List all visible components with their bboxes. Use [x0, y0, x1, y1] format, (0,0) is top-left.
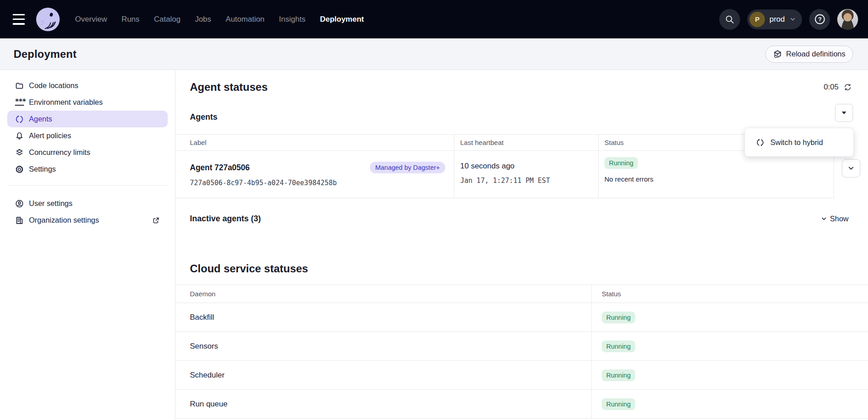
agents-heading: Agents [190, 112, 217, 122]
caret-down-icon [842, 112, 846, 114]
agent-statuses-header: Agent statuses 0:05 [190, 79, 852, 95]
heartbeat-relative: 10 seconds ago [460, 162, 598, 171]
deployment-switcher[interactable]: P prod [747, 9, 802, 29]
cloud-services-title: Cloud service statuses [190, 261, 868, 276]
help-button[interactable]: ? [809, 9, 830, 30]
sidebar-item-settings[interactable]: Settings [7, 161, 168, 177]
sidebar-divider [7, 185, 168, 186]
help-icon: ? [814, 14, 826, 25]
column-header-label: Label [175, 135, 454, 151]
gear-icon [15, 165, 24, 174]
agent-status-cell: Running No recent errors [598, 151, 834, 198]
column-header-daemon: Daemon [175, 285, 591, 303]
status-badge: Running [602, 312, 635, 323]
daemon-name: Run queue [175, 390, 591, 419]
inactive-agents-row: Inactive agents (3) Show [190, 211, 849, 227]
cloud-services-table: Daemon Status Backfill Running Sensors R… [175, 285, 868, 419]
show-toggle-label: Show [830, 215, 849, 223]
chevron-down-icon [847, 164, 855, 172]
sidebar-item-label: Settings [29, 165, 56, 173]
layers-icon [15, 148, 24, 157]
daemon-status-cell: Running [591, 303, 868, 332]
agents-menu-trigger-button[interactable] [835, 104, 853, 122]
user-avatar[interactable] [837, 9, 858, 30]
sidebar-item-label: Concurrency limits [29, 148, 90, 157]
sidebar-item-label: Organization settings [29, 216, 99, 224]
status-note: No recent errors [604, 175, 834, 183]
agent-row-expand-button[interactable] [842, 159, 860, 177]
nav-item-automation[interactable]: Automation [226, 15, 264, 24]
agents-subheader: Agents [190, 109, 852, 125]
deployment-name: prod [769, 15, 785, 24]
chevron-down-icon [821, 215, 827, 222]
refresh-timer: 0:05 [824, 83, 852, 92]
sidebar-item-code-locations[interactable]: Code locations [7, 77, 168, 94]
agent-icon [756, 138, 764, 147]
agent-name: Agent 727a0506 [190, 163, 250, 173]
agent-id: 727a0506-8c97-4b95-a024-70ee3984258b [190, 179, 445, 187]
agent-label-cell: Agent 727a0506 Managed by Dagster+ 727a0… [175, 151, 454, 198]
bell-icon [15, 131, 24, 140]
inactive-agents-label: Inactive agents (3) [190, 214, 261, 224]
reload-definitions-button[interactable]: Reload definitions [765, 46, 853, 63]
refresh-countdown: 0:05 [824, 83, 839, 92]
sidebar-item-organization-settings[interactable]: Organization settings [7, 212, 168, 229]
heartbeat-timestamp: Jan 17, 1:27:11 PM EST [460, 177, 598, 185]
sidebar-item-concurrency-limits[interactable]: Concurrency limits [7, 144, 168, 161]
status-badge: Running [602, 369, 635, 381]
sidebar-item-label: Code locations [29, 81, 78, 90]
column-header-status: Status [591, 285, 868, 303]
page-header: Deployment Reload definitions [0, 38, 868, 70]
user-circle-icon [15, 199, 24, 208]
sidebar-item-alert-policies[interactable]: Alert policies [7, 127, 168, 144]
show-inactive-toggle[interactable]: Show [821, 215, 849, 223]
column-header-last-heartbeat: Last heartbeat [454, 135, 598, 151]
daemon-status-cell: Running [591, 390, 868, 419]
sidebar-item-label: Alert policies [29, 131, 71, 140]
nav-item-catalog[interactable]: Catalog [154, 15, 181, 24]
sidebar-item-environment-variables[interactable]: *** Environment variables [7, 94, 168, 111]
managed-badge: Managed by Dagster+ [370, 162, 445, 173]
agent-heartbeat-cell: 10 seconds ago Jan 17, 1:27:11 PM EST [454, 151, 598, 198]
dagster-logo-icon[interactable] [36, 8, 60, 31]
daemon-name: Backfill [175, 303, 591, 332]
nav-item-overview[interactable]: Overview [75, 15, 107, 24]
menu-item-switch-to-hybrid[interactable]: Switch to hybrid [756, 138, 823, 147]
hamburger-menu-button[interactable] [13, 14, 26, 25]
nav-item-runs[interactable]: Runs [122, 15, 140, 24]
status-badge: Running [602, 398, 635, 410]
folder-icon [15, 81, 24, 90]
env-vars-icon: *** [15, 99, 24, 106]
deployment-initial-badge: P [750, 12, 765, 27]
primary-nav: Overview Runs Catalog Jobs Automation In… [75, 15, 364, 24]
status-badge: Running [604, 157, 638, 169]
agent-statuses-title: Agent statuses [190, 81, 268, 93]
sidebar-item-user-settings[interactable]: User settings [7, 195, 168, 212]
search-button[interactable] [719, 9, 740, 30]
building-icon [15, 216, 24, 225]
sidebar-item-agents[interactable]: Agents [7, 111, 168, 127]
main-content: Agent statuses 0:05 Agents [175, 70, 868, 420]
nav-item-deployment[interactable]: Deployment [320, 15, 364, 24]
daemon-status-cell: Running [591, 332, 868, 361]
chevron-down-icon [789, 16, 796, 23]
refresh-icon[interactable] [843, 83, 852, 92]
daemon-name: Scheduler [175, 361, 591, 390]
status-badge: Running [602, 341, 635, 352]
reload-definitions-label: Reload definitions [786, 50, 845, 58]
agents-table: Label Last heartbeat Status Agent 727a05… [175, 134, 834, 198]
agent-icon [15, 115, 24, 124]
nav-item-insights[interactable]: Insights [279, 15, 306, 24]
deployment-sidebar: Code locations *** Environment variables… [0, 70, 175, 420]
sidebar-item-label: Environment variables [29, 98, 103, 107]
nav-right-controls: P prod ? [719, 9, 868, 30]
reload-package-icon [773, 50, 782, 59]
external-link-icon [152, 216, 160, 224]
daemon-name: Sensors [175, 332, 591, 361]
page-title: Deployment [14, 48, 76, 61]
nav-item-jobs[interactable]: Jobs [195, 15, 211, 24]
sidebar-item-label: User settings [29, 199, 72, 208]
svg-text:?: ? [818, 16, 821, 23]
top-navigation: Overview Runs Catalog Jobs Automation In… [0, 0, 868, 38]
search-icon [725, 14, 735, 24]
